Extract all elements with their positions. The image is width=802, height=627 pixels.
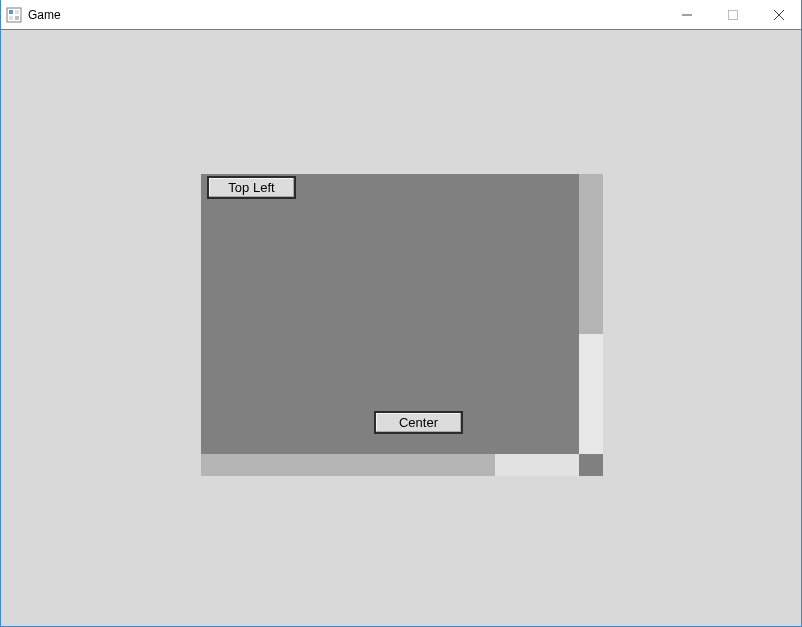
center-button-label: Center xyxy=(399,415,438,430)
svg-rect-3 xyxy=(9,16,13,20)
game-block-bottom-mid xyxy=(495,454,579,476)
titlebar: Game xyxy=(0,0,802,30)
top-left-button[interactable]: Top Left xyxy=(207,176,296,199)
center-button[interactable]: Center xyxy=(374,411,463,434)
titlebar-left: Game xyxy=(6,7,61,23)
svg-rect-2 xyxy=(15,10,19,14)
minimize-button[interactable] xyxy=(664,0,710,29)
app-icon xyxy=(6,7,22,23)
maximize-button xyxy=(710,0,756,29)
client-area: Top Left Center xyxy=(1,30,801,626)
top-left-button-label: Top Left xyxy=(228,180,274,195)
window-controls xyxy=(664,0,802,29)
game-block-right-light xyxy=(579,334,603,454)
close-button[interactable] xyxy=(756,0,802,29)
window-title: Game xyxy=(28,8,61,22)
game-block-bottom-right xyxy=(579,454,603,476)
game-block-bottom-left xyxy=(201,454,495,476)
svg-rect-6 xyxy=(729,10,738,19)
svg-rect-4 xyxy=(15,16,19,20)
svg-rect-1 xyxy=(9,10,13,14)
game-block-right-strip xyxy=(579,174,603,334)
